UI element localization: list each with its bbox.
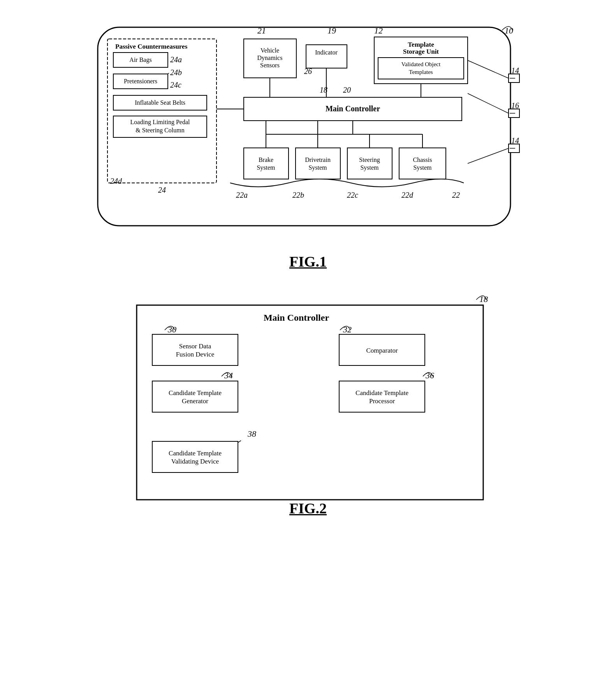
fig2-diagram: 18 Main Controller 30 Sensor Data Fusion… (133, 293, 483, 496)
fig1-wrapper: Passive Countermeasures Air Bags 24a 24b… (74, 16, 542, 270)
svg-text:Validated Object: Validated Object (401, 61, 441, 67)
svg-text:Air Bags: Air Bags (129, 56, 151, 63)
svg-text:Brake: Brake (259, 156, 273, 163)
svg-text:Storage Unit: Storage Unit (403, 48, 439, 55)
svg-line-69 (468, 60, 509, 78)
svg-text:Chassis: Chassis (413, 156, 432, 163)
svg-text:Drivetrain: Drivetrain (305, 156, 331, 163)
svg-text:Vehicle: Vehicle (260, 47, 279, 54)
svg-text:Inflatable Seat Belts: Inflatable Seat Belts (135, 99, 185, 106)
svg-text:Pretensioners: Pretensioners (124, 78, 157, 84)
svg-text:Fusion Device: Fusion Device (176, 351, 215, 358)
svg-text:Sensors: Sensors (260, 62, 280, 68)
fig1-diagram: Passive Countermeasures Air Bags 24a 24b… (94, 16, 522, 249)
svg-text:Dynamics: Dynamics (257, 54, 283, 61)
fig2-wrapper: 18 Main Controller 30 Sensor Data Fusion… (113, 293, 503, 517)
svg-line-71 (468, 148, 509, 163)
svg-text:22d: 22d (401, 191, 414, 199)
svg-text:24b: 24b (170, 68, 182, 77)
svg-text:Templates: Templates (409, 69, 433, 75)
svg-text:Candidate Template: Candidate Template (356, 389, 408, 397)
svg-rect-29 (306, 45, 347, 68)
svg-rect-48 (296, 148, 340, 179)
svg-rect-100 (152, 441, 238, 472)
svg-text:24a: 24a (170, 55, 182, 64)
svg-text:38: 38 (247, 429, 256, 439)
svg-rect-91 (152, 381, 238, 412)
svg-text:Steering: Steering (359, 156, 380, 163)
svg-text:26: 26 (304, 67, 312, 76)
svg-rect-54 (399, 148, 446, 179)
svg-text:Loading Limiting Pedal: Loading Limiting Pedal (130, 119, 190, 126)
svg-text:System: System (413, 164, 432, 171)
svg-text:Main Controller: Main Controller (326, 104, 380, 113)
svg-rect-84 (152, 334, 238, 365)
svg-text:16: 16 (511, 101, 519, 110)
svg-text:19: 19 (327, 26, 336, 35)
svg-text:Comparator: Comparator (366, 347, 398, 354)
svg-text:Indicator: Indicator (315, 49, 338, 56)
svg-text:30: 30 (167, 325, 176, 334)
svg-text:36: 36 (425, 371, 434, 380)
svg-text:Sensor Data: Sensor Data (179, 342, 211, 350)
svg-text:& Steering Column: & Steering Column (136, 127, 184, 134)
svg-text:34: 34 (224, 371, 233, 380)
svg-line-70 (468, 93, 509, 113)
fig1-svg: Passive Countermeasures Air Bags 24a 24b… (94, 16, 522, 249)
svg-text:Processor: Processor (369, 397, 395, 405)
svg-rect-45 (244, 148, 289, 179)
svg-text:24c: 24c (170, 81, 181, 89)
svg-text:22a: 22a (236, 191, 248, 199)
svg-rect-95 (339, 381, 425, 412)
svg-text:Passive Countermeasures: Passive Countermeasures (115, 43, 188, 50)
fig2-svg: 18 Main Controller 30 Sensor Data Fusion… (133, 293, 503, 511)
svg-text:22b: 22b (292, 191, 304, 199)
svg-text:14: 14 (511, 66, 519, 75)
svg-text:System: System (360, 164, 379, 171)
svg-text:22: 22 (452, 191, 460, 199)
svg-text:Validating Device: Validating Device (171, 458, 219, 465)
svg-text:12: 12 (374, 26, 383, 35)
svg-rect-51 (347, 148, 392, 179)
svg-text:System: System (257, 164, 275, 171)
svg-text:21: 21 (257, 26, 266, 35)
svg-text:24: 24 (158, 186, 166, 194)
svg-text:Main Controller: Main Controller (264, 313, 329, 323)
svg-text:Candidate Template: Candidate Template (169, 450, 222, 457)
svg-text:20: 20 (343, 86, 351, 94)
svg-text:Candidate Template: Candidate Template (169, 389, 222, 397)
fig1-label: FIG.1 (289, 253, 327, 270)
svg-text:24d: 24d (110, 177, 122, 185)
svg-text:Generator: Generator (182, 397, 208, 405)
svg-text:14: 14 (511, 136, 519, 145)
svg-text:Template: Template (408, 41, 434, 48)
svg-text:System: System (308, 164, 327, 171)
page-content: Passive Countermeasures Air Bags 24a 24b… (24, 16, 592, 517)
svg-text:22c: 22c (347, 191, 358, 199)
